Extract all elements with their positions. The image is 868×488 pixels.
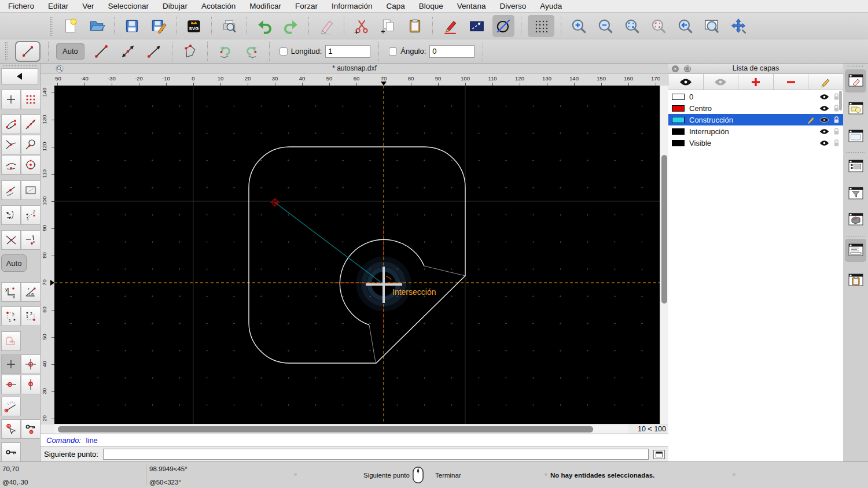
part-arc[interactable] (340, 239, 424, 325)
menu-diverso[interactable]: Diverso (499, 2, 526, 10)
layer-color-swatch[interactable] (672, 105, 685, 112)
layer-visibility-icon[interactable] (819, 140, 829, 146)
menu-forzar[interactable]: Forzar (295, 2, 318, 10)
snap-distance-button[interactable] (1, 155, 21, 175)
toggle-lock-button[interactable] (1, 442, 21, 462)
pan-button[interactable] (727, 15, 749, 37)
palette-back-button[interactable] (1, 68, 38, 84)
longitud-input[interactable] (325, 45, 370, 58)
print-preview-button[interactable] (218, 15, 240, 37)
draw-order-button[interactable] (466, 15, 488, 37)
layer-visibility-icon[interactable] (819, 128, 829, 135)
layer-color-swatch[interactable] (672, 140, 685, 146)
part-outline[interactable] (249, 147, 465, 363)
line-horizontal-button[interactable] (144, 40, 165, 62)
dock-library-browser-button[interactable] (845, 125, 866, 148)
menu-ver[interactable]: Ver (82, 2, 94, 10)
snap-perpendicular-button[interactable] (21, 135, 41, 154)
command-options-button[interactable] (653, 450, 665, 459)
edit-layer-button[interactable] (808, 74, 843, 90)
corner-point-2-1-button[interactable]: 12 (21, 306, 41, 326)
current-tool-line-button[interactable] (15, 41, 41, 62)
command-input[interactable] (103, 449, 649, 460)
dock-layer-filter-button[interactable] (845, 182, 866, 205)
open-file-button[interactable] (86, 15, 108, 37)
line-mode-auto-button[interactable]: Auto (56, 43, 84, 60)
undo-button[interactable] (253, 15, 275, 37)
menu-ventana[interactable]: Ventana (457, 2, 486, 10)
new-file-button[interactable] (59, 15, 81, 37)
layer-row-construccion[interactable]: Construcción (668, 114, 843, 125)
grid-toggle-button[interactable] (528, 15, 554, 37)
restrict-horizontal-button[interactable] (1, 375, 21, 394)
menu-editar[interactable]: Editar (48, 2, 68, 10)
menu-capa[interactable]: Capa (387, 2, 405, 10)
pen-button[interactable] (439, 15, 461, 37)
layer-list-scrollbar-thumb[interactable] (839, 91, 842, 110)
layer-row-0[interactable]: 0 (668, 91, 843, 102)
polyline-button[interactable] (179, 40, 201, 62)
coordinate-cartesian-button[interactable]: yx (1, 282, 21, 302)
vertical-scrollbar-thumb[interactable] (661, 155, 667, 304)
save-button[interactable] (121, 15, 143, 37)
restrict-orthogonal-button[interactable] (21, 354, 41, 374)
selection-disabled-button[interactable] (1, 331, 21, 351)
restrict-to-entity-button[interactable] (21, 180, 41, 200)
layer-row-interrupcion[interactable]: Interrupción (668, 125, 843, 137)
snap-free-button[interactable] (1, 90, 21, 109)
redo-segment-button[interactable] (241, 40, 263, 62)
angulo-input[interactable] (429, 45, 475, 58)
line-two-points-button[interactable] (90, 40, 112, 62)
save-as-button[interactable] (148, 15, 170, 37)
vertical-scrollbar[interactable] (660, 86, 668, 424)
add-layer-button[interactable] (738, 74, 774, 90)
svg-export-button[interactable]: SVG (183, 15, 205, 37)
layer-color-swatch[interactable] (672, 128, 685, 135)
snap-middle-button[interactable] (1, 135, 21, 154)
layer-visibility-icon[interactable] (819, 94, 829, 100)
coordinate-polar-button[interactable]: ra (21, 282, 41, 302)
paste-button[interactable] (404, 15, 426, 37)
angulo-checkbox[interactable] (389, 47, 397, 56)
cut-button[interactable] (351, 15, 373, 37)
layer-list-scrollbar[interactable] (838, 91, 843, 160)
zoom-in-button[interactable] (568, 15, 590, 37)
show-all-layers-button[interactable] (668, 74, 704, 90)
snap-center-button[interactable] (21, 155, 41, 175)
menu-seleccionar[interactable]: Seleccionar (108, 2, 149, 10)
draft-circle-button[interactable] (492, 15, 514, 37)
layer-panel-float-button[interactable]: ❐ (684, 65, 691, 72)
menu-acotacion[interactable]: Acotación (201, 2, 236, 10)
layer-panel-close-button[interactable]: × (672, 65, 679, 72)
zoom-selection-button[interactable] (648, 15, 670, 37)
snap-grid-button[interactable] (21, 90, 41, 109)
snap-nearest-button[interactable] (1, 180, 21, 200)
menu-ayuda[interactable]: Ayuda (540, 2, 562, 10)
snap-auto-button[interactable]: Auto (1, 254, 27, 272)
zoom-out-button[interactable] (594, 15, 616, 37)
menu-bloque[interactable]: Bloque (419, 2, 443, 10)
horizontal-scrollbar[interactable] (54, 424, 628, 434)
snap-distance-manual-button[interactable]: 12 (21, 205, 41, 225)
snap-intersection-manual-button[interactable] (21, 230, 41, 250)
layer-row-visible[interactable]: Visible (668, 137, 843, 149)
menu-fichero[interactable]: Fichero (8, 2, 34, 10)
longitud-checkbox[interactable] (279, 47, 288, 56)
dock-block-list-button[interactable] (845, 97, 866, 120)
angle-indicator-button[interactable] (1, 397, 21, 416)
undo-segment-button[interactable] (214, 40, 236, 62)
zoom-window-button[interactable] (701, 15, 723, 37)
snap-angles-button[interactable] (1, 205, 21, 225)
eraser-button[interactable] (315, 15, 337, 37)
redo-button[interactable] (280, 15, 302, 37)
menu-dibujar[interactable]: Dibujar (163, 2, 187, 10)
restrict-nothing-button[interactable] (1, 354, 21, 374)
dock-command-window-button[interactable] (845, 239, 866, 262)
horizontal-scrollbar-thumb[interactable] (58, 426, 593, 432)
dock-pen-window-button[interactable] (845, 69, 866, 93)
hide-all-layers-button[interactable] (704, 74, 739, 90)
layer-visibility-icon[interactable] (819, 105, 829, 112)
menu-informacion[interactable]: Información (332, 2, 373, 10)
dock-clipboard-button[interactable] (845, 269, 866, 292)
layer-visibility-icon[interactable] (819, 117, 829, 123)
